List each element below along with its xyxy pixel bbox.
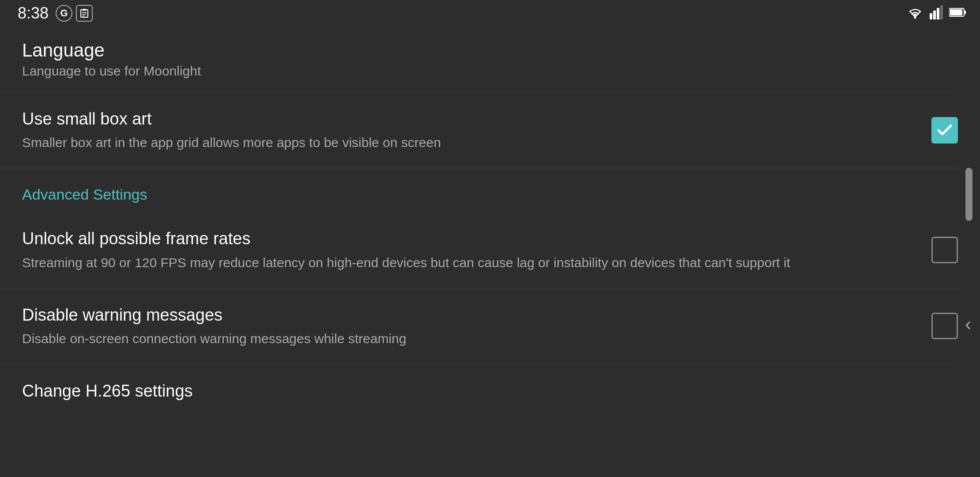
disable-warnings-checkbox[interactable] bbox=[931, 313, 958, 339]
disable-warnings-title: Disable warning messages bbox=[22, 304, 905, 326]
scrollbar-track bbox=[958, 26, 980, 477]
status-bar: 8:38 G bbox=[0, 0, 980, 26]
language-title: Language bbox=[22, 40, 958, 61]
h265-title: Change H.265 settings bbox=[22, 380, 931, 402]
small-box-art-subtitle: Smaller box art in the app grid allows m… bbox=[22, 133, 905, 152]
unlock-framerates-setting[interactable]: Unlock all possible frame rates Streamin… bbox=[0, 212, 980, 288]
clipboard-icon bbox=[76, 5, 93, 22]
svg-rect-1 bbox=[83, 9, 86, 11]
svg-rect-8 bbox=[937, 8, 939, 19]
disable-warnings-setting[interactable]: Disable warning messages Disable on-scre… bbox=[0, 288, 980, 364]
svg-rect-6 bbox=[930, 13, 932, 19]
status-bar-right bbox=[906, 5, 967, 21]
small-box-art-title: Use small box art bbox=[22, 108, 905, 130]
small-box-art-checkbox[interactable] bbox=[931, 117, 958, 144]
google-icon: G bbox=[56, 5, 72, 22]
svg-rect-12 bbox=[950, 9, 962, 15]
unlock-framerates-text: Unlock all possible frame rates Streamin… bbox=[22, 228, 931, 272]
small-box-art-setting[interactable]: Use small box art Smaller box art in the… bbox=[0, 92, 980, 168]
disable-warnings-subtitle: Disable on-screen connection warning mes… bbox=[22, 329, 905, 348]
language-setting-item[interactable]: Language Language to use for Moonlight bbox=[0, 26, 980, 92]
disable-warnings-text: Disable warning messages Disable on-scre… bbox=[22, 304, 931, 348]
svg-rect-11 bbox=[964, 11, 966, 14]
advanced-settings-label: Advanced Settings bbox=[22, 186, 147, 203]
svg-point-5 bbox=[914, 17, 916, 19]
svg-rect-7 bbox=[933, 11, 936, 19]
language-subtitle: Language to use for Moonlight bbox=[22, 64, 958, 79]
status-icons: G bbox=[56, 5, 93, 22]
scrollbar-handle[interactable] bbox=[965, 168, 972, 221]
advanced-settings-header: Advanced Settings bbox=[0, 168, 980, 212]
unlock-framerates-checkbox[interactable] bbox=[931, 237, 958, 263]
wifi-icon bbox=[906, 5, 924, 21]
unlock-framerates-title: Unlock all possible frame rates bbox=[22, 228, 905, 250]
small-box-art-text: Use small box art Smaller box art in the… bbox=[22, 108, 931, 152]
status-time: 8:38 bbox=[18, 4, 49, 23]
h265-text: Change H.265 settings bbox=[22, 380, 958, 405]
back-arrow[interactable]: ‹ bbox=[965, 314, 971, 335]
svg-rect-9 bbox=[940, 5, 943, 19]
h265-settings-item[interactable]: Change H.265 settings bbox=[0, 364, 980, 421]
unlock-framerates-subtitle: Streaming at 90 or 120 FPS may reduce la… bbox=[22, 254, 905, 272]
signal-icon bbox=[930, 5, 944, 21]
status-bar-left: 8:38 G bbox=[18, 4, 93, 23]
battery-icon bbox=[949, 8, 967, 19]
